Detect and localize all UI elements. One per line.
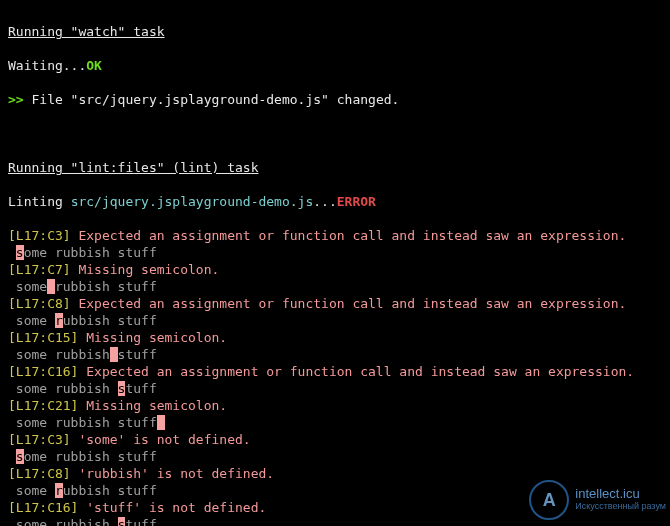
error-message-line: [L17:C21] Missing semicolon. bbox=[8, 397, 662, 414]
error-location: [L17:C15] bbox=[8, 330, 86, 345]
error-message-line: [L17:C7] Missing semicolon. bbox=[8, 261, 662, 278]
error-message: 'stuff' is not defined. bbox=[86, 500, 266, 515]
error-code-line: some rubbish stuff bbox=[8, 244, 662, 261]
error-highlight-char: s bbox=[16, 245, 24, 260]
error-message-line: [L17:C3] Expected an assignment or funct… bbox=[8, 227, 662, 244]
error-message: Expected an assignment or function call … bbox=[78, 228, 626, 243]
error-highlight-char bbox=[157, 415, 165, 430]
changed-suffix: " changed. bbox=[321, 92, 399, 107]
ok-text: OK bbox=[86, 58, 102, 73]
error-location: [L17:C3] bbox=[8, 432, 78, 447]
error-message-line: [L17:C15] Missing semicolon. bbox=[8, 329, 662, 346]
changed-file: src/jquery.jsplayground-demo.js bbox=[78, 92, 321, 107]
linting-file: src/jquery.jsplayground-demo.js bbox=[71, 194, 314, 209]
error-highlight-char: s bbox=[118, 517, 126, 526]
error-code-line: some rubbish stuff bbox=[8, 414, 662, 431]
linting-prefix: Linting bbox=[8, 194, 71, 209]
error-highlight-char: s bbox=[118, 381, 126, 396]
error-highlight-char bbox=[110, 347, 118, 362]
error-message-line: [L17:C16] Expected an assignment or func… bbox=[8, 363, 662, 380]
error-location: [L17:C16] bbox=[8, 364, 86, 379]
error-message-line: [L17:C3] 'some' is not defined. bbox=[8, 431, 662, 448]
error-message: Expected an assignment or function call … bbox=[86, 364, 634, 379]
error-message-line: [L17:C16] 'stuff' is not defined. bbox=[8, 499, 662, 516]
error-code-line: some rubbish stuff bbox=[8, 380, 662, 397]
error-message-line: [L17:C8] Expected an assignment or funct… bbox=[8, 295, 662, 312]
arrows-prefix: >> bbox=[8, 92, 31, 107]
linting-dots: ... bbox=[313, 194, 336, 209]
error-code-line: some rubbish stuff bbox=[8, 482, 662, 499]
changed-prefix: File " bbox=[31, 92, 78, 107]
task-watch-title: Running "watch" task bbox=[8, 24, 165, 39]
task-lint-title: Running "lint:files" (lint) task bbox=[8, 160, 258, 175]
error-list: [L17:C3] Expected an assignment or funct… bbox=[8, 227, 662, 526]
error-location: [L17:C16] bbox=[8, 500, 86, 515]
blank-line bbox=[8, 125, 662, 142]
error-code-line: some rubbish stuff bbox=[8, 278, 662, 295]
linting-error: ERROR bbox=[337, 194, 376, 209]
error-highlight-char: r bbox=[55, 313, 63, 328]
error-message-line: [L17:C8] 'rubbish' is not defined. bbox=[8, 465, 662, 482]
waiting-line: Waiting...OK bbox=[8, 57, 662, 74]
task-header-watch: Running "watch" task bbox=[8, 23, 662, 40]
error-message: Missing semicolon. bbox=[78, 262, 219, 277]
error-code-line: some rubbish stuff bbox=[8, 516, 662, 526]
error-code-line: some rubbish stuff bbox=[8, 346, 662, 363]
error-message: Missing semicolon. bbox=[86, 330, 227, 345]
error-code-line: some rubbish stuff bbox=[8, 312, 662, 329]
error-message: Expected an assignment or function call … bbox=[78, 296, 626, 311]
error-message: 'rubbish' is not defined. bbox=[78, 466, 274, 481]
error-highlight-char: s bbox=[16, 449, 24, 464]
error-location: [L17:C8] bbox=[8, 296, 78, 311]
error-location: [L17:C21] bbox=[8, 398, 86, 413]
error-location: [L17:C7] bbox=[8, 262, 78, 277]
file-changed-line: >> File "src/jquery.jsplayground-demo.js… bbox=[8, 91, 662, 108]
error-location: [L17:C3] bbox=[8, 228, 78, 243]
error-location: [L17:C8] bbox=[8, 466, 78, 481]
error-highlight-char: r bbox=[55, 483, 63, 498]
task-header-lint: Running "lint:files" (lint) task bbox=[8, 159, 662, 176]
error-message: 'some' is not defined. bbox=[78, 432, 250, 447]
error-message: Missing semicolon. bbox=[86, 398, 227, 413]
error-code-line: some rubbish stuff bbox=[8, 448, 662, 465]
terminal-output: Running "watch" task Waiting...OK >> Fil… bbox=[0, 0, 670, 526]
waiting-text: Waiting... bbox=[8, 58, 86, 73]
error-highlight-char bbox=[47, 279, 55, 294]
linting-line: Linting src/jquery.jsplayground-demo.js.… bbox=[8, 193, 662, 210]
